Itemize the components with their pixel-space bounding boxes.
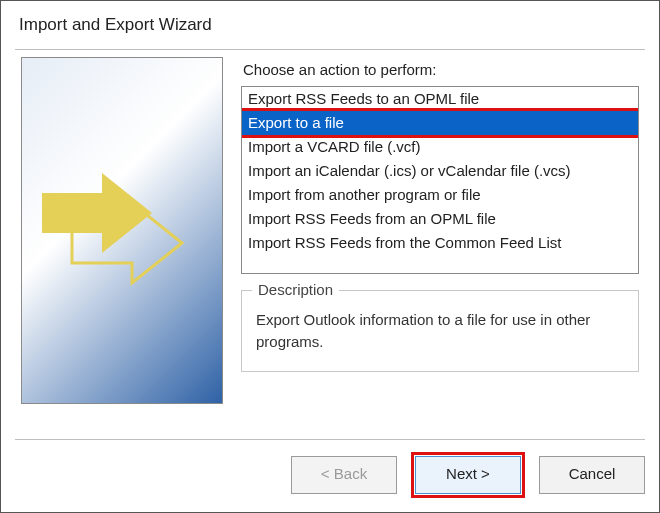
list-item[interactable]: Import a VCARD file (.vcf) (242, 135, 638, 159)
back-button: < Back (291, 456, 397, 494)
description-text: Export Outlook information to a file for… (256, 309, 624, 353)
list-item[interactable]: Export to a file (242, 111, 638, 135)
selection-highlight: Export to a file (241, 108, 639, 138)
list-item[interactable]: Import from another program or file (242, 183, 638, 207)
next-button[interactable]: Next > (415, 456, 521, 494)
right-pane: Choose an action to perform: Export RSS … (241, 57, 639, 432)
back-button-wrap: < Back (291, 456, 397, 494)
list-item[interactable]: Import RSS Feeds from an OPML file (242, 207, 638, 231)
description-group: Description Export Outlook information t… (241, 290, 639, 372)
prompt-label: Choose an action to perform: (243, 61, 639, 78)
description-legend: Description (252, 281, 339, 298)
next-button-wrap: Next > (415, 456, 521, 494)
list-item[interactable]: Import an iCalendar (.ics) or vCalendar … (242, 159, 638, 183)
wizard-dialog: Import and Export Wizard Choose an actio… (1, 1, 659, 512)
action-listbox[interactable]: Export RSS Feeds to an OPML file Export … (241, 86, 639, 274)
button-bar: < Back Next > Cancel (1, 452, 645, 498)
dialog-title: Import and Export Wizard (19, 15, 645, 35)
divider (15, 49, 645, 50)
divider (15, 439, 645, 440)
cancel-button[interactable]: Cancel (539, 456, 645, 494)
content-area: Choose an action to perform: Export RSS … (21, 57, 639, 432)
arrows-icon (32, 138, 212, 298)
cancel-button-wrap: Cancel (539, 456, 645, 494)
wizard-graphic (21, 57, 223, 404)
list-item[interactable]: Import RSS Feeds from the Common Feed Li… (242, 231, 638, 255)
